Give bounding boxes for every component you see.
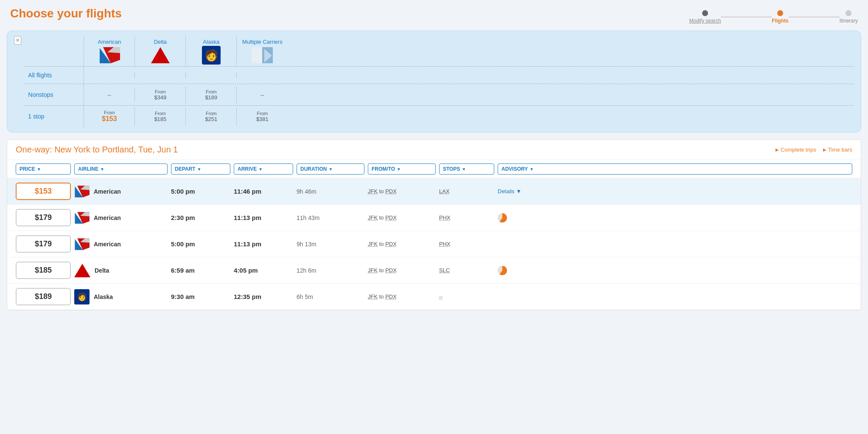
nonstop-alaska-price[interactable]: From $189 bbox=[186, 87, 237, 103]
fromto-cell-3: JFK to PDX bbox=[368, 241, 436, 247]
sort-depart-button[interactable]: DEPART ▼ bbox=[171, 163, 230, 175]
advisory-cell-1: Details ▼ bbox=[498, 188, 852, 194]
airline-name-1: American bbox=[94, 188, 121, 195]
carrier-delta-logo bbox=[149, 47, 171, 64]
depart-cell-1: 5:00 pm bbox=[171, 188, 230, 195]
price-cell-4[interactable]: $185 bbox=[16, 262, 71, 279]
airline-cell-4: Delta bbox=[74, 264, 168, 277]
one-stop-american-price[interactable]: From $153 bbox=[84, 107, 135, 125]
all-flights-label: All flights bbox=[28, 72, 52, 79]
progress-dot-flights bbox=[777, 10, 783, 16]
all-flights-alaska bbox=[186, 73, 237, 78]
alaska-logo-5: 🧑 bbox=[74, 289, 90, 304]
stops-cell-5: -- bbox=[439, 293, 494, 300]
sort-arrive-button[interactable]: ARRIVE ▼ bbox=[234, 163, 293, 175]
nonstops-label-cell: Nonstops bbox=[25, 84, 84, 105]
airline-cell-3: American bbox=[74, 238, 168, 251]
one-stop-label: 1 stop bbox=[28, 113, 44, 120]
stops-cell-2: PHX bbox=[439, 214, 494, 221]
advisory-pie-4 bbox=[498, 266, 507, 275]
progress-step-itinerary: Itinerary bbox=[840, 10, 858, 24]
sort-duration-button[interactable]: DURATION ▼ bbox=[297, 163, 364, 175]
sort-fromto-button[interactable]: FROM/TO ▼ bbox=[368, 163, 436, 175]
time-bars-link[interactable]: Time bars bbox=[823, 147, 852, 153]
arrive-cell-4: 4:05 pm bbox=[234, 267, 293, 274]
progress-label-flights: Flights bbox=[772, 18, 788, 24]
arrive-cell-1: 11:46 pm bbox=[234, 188, 293, 195]
carrier-delta-name: Delta bbox=[154, 39, 167, 45]
details-button-1[interactable]: Details ▼ bbox=[498, 188, 521, 194]
fromto-cell-4: JFK to PDX bbox=[368, 267, 436, 273]
price-cell-5[interactable]: $189 bbox=[16, 288, 71, 305]
flight-row: $189 🧑 Alaska 9:30 am 12:35 pm 6h 5m JFK… bbox=[7, 284, 861, 310]
carrier-alaska[interactable]: Alaska 🧑 bbox=[186, 36, 237, 66]
one-stop-delta-price[interactable]: From $185 bbox=[135, 108, 186, 125]
price-cell-3[interactable]: $179 bbox=[16, 235, 71, 253]
advisory-pie-2 bbox=[498, 213, 507, 223]
progress-line-2 bbox=[789, 17, 840, 17]
carrier-american[interactable]: American bbox=[84, 36, 135, 66]
all-flights-american bbox=[84, 73, 135, 78]
progress-label-modify[interactable]: Modify search bbox=[689, 18, 721, 24]
airline-cell-1: American bbox=[74, 185, 168, 198]
progress-step-modify: Modify search bbox=[689, 10, 721, 24]
arrive-cell-2: 11:13 pm bbox=[234, 214, 293, 221]
depart-cell-5: 9:30 am bbox=[171, 293, 230, 300]
sort-advisory-button[interactable]: ADVISORY ▼ bbox=[498, 163, 852, 175]
price-cell-2[interactable]: $179 bbox=[16, 209, 71, 226]
airline-name-5: Alaska bbox=[94, 293, 113, 300]
page-header: Choose your flights Modify search Flight… bbox=[0, 0, 868, 27]
progress-dot-itinerary bbox=[846, 10, 851, 16]
sort-stops-button[interactable]: STOPS ▼ bbox=[439, 163, 494, 175]
american-logo-3 bbox=[74, 238, 90, 251]
price-button-1[interactable]: $153 bbox=[16, 183, 71, 200]
duration-cell-3: 9h 13m bbox=[297, 241, 364, 248]
close-carrier-panel-button[interactable]: × bbox=[14, 36, 21, 45]
depart-cell-4: 6:59 am bbox=[171, 267, 230, 274]
depart-cell-3: 5:00 pm bbox=[171, 240, 230, 248]
one-stop-multiple-price[interactable]: From $381 bbox=[237, 108, 288, 125]
carrier-alaska-logo: 🧑 bbox=[200, 47, 222, 64]
carrier-multiple-name: Multiple Carriers bbox=[242, 39, 283, 45]
all-flights-label-cell[interactable]: All flights bbox=[25, 67, 84, 84]
flight-row: $179 American 2:30 pm 11:13 pm 11h 43m J… bbox=[7, 205, 861, 231]
carrier-multiple-logo bbox=[251, 47, 273, 64]
nonstop-multiple-price: -- bbox=[237, 89, 288, 101]
price-button-4[interactable]: $185 bbox=[16, 262, 71, 279]
flight-row: $179 American 5:00 pm 11:13 pm 9h 13m JF… bbox=[7, 231, 861, 257]
carrier-multiple[interactable]: Multiple Carriers bbox=[237, 36, 288, 66]
flight-row: $185 Delta 6:59 am 4:05 pm 12h 6m JFK to… bbox=[7, 257, 861, 284]
airline-cell-5: 🧑 Alaska bbox=[74, 289, 168, 304]
advisory-cell-4 bbox=[498, 266, 852, 275]
carrier-panel: × American bbox=[7, 31, 861, 132]
advisory-cell-2 bbox=[498, 213, 852, 223]
flights-panel: One-way: New York to Portland, Tue, Jun … bbox=[7, 139, 861, 310]
stops-cell-3: PHX bbox=[439, 241, 494, 247]
carrier-american-logo bbox=[98, 47, 120, 64]
stops-cell-1: LAX bbox=[439, 188, 494, 194]
fromto-cell-1: JFK to PDX bbox=[368, 188, 436, 194]
sort-airline-button[interactable]: AIRLINE ▼ bbox=[74, 163, 168, 175]
carrier-delta[interactable]: Delta bbox=[135, 36, 186, 66]
complete-trips-link[interactable]: Complete trips bbox=[776, 147, 816, 153]
progress-bar: Modify search Flights Itinerary bbox=[689, 7, 858, 24]
nonstop-delta-price[interactable]: From $349 bbox=[135, 87, 186, 103]
one-stop-label-cell: 1 stop bbox=[25, 106, 84, 127]
nonstops-label: Nonstops bbox=[28, 91, 53, 98]
price-button-2[interactable]: $179 bbox=[16, 209, 71, 226]
arrive-cell-5: 12:35 pm bbox=[234, 293, 293, 300]
progress-dot-modify bbox=[702, 10, 708, 16]
one-stop-alaska-price[interactable]: From $251 bbox=[186, 108, 237, 125]
duration-cell-5: 6h 5m bbox=[297, 293, 364, 300]
all-flights-multiple bbox=[237, 73, 288, 78]
depart-cell-2: 2:30 pm bbox=[171, 214, 230, 221]
price-button-5[interactable]: $189 bbox=[16, 288, 71, 305]
price-cell-1[interactable]: $153 bbox=[16, 183, 71, 200]
fromto-cell-5: JFK to PDX bbox=[368, 293, 436, 300]
arrive-cell-3: 11:13 pm bbox=[234, 240, 293, 248]
sort-price-button[interactable]: PRICE ▼ bbox=[16, 163, 71, 175]
price-button-3[interactable]: $179 bbox=[16, 235, 71, 253]
duration-cell-2: 11h 43m bbox=[297, 214, 364, 221]
fromto-cell-2: JFK to PDX bbox=[368, 214, 436, 221]
airline-name-4: Delta bbox=[95, 267, 109, 274]
